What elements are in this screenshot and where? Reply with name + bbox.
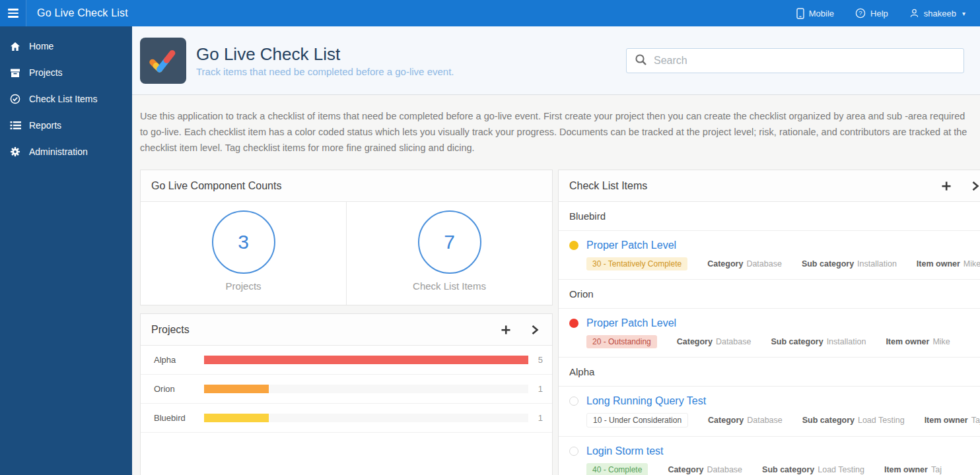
check-circle-icon	[9, 94, 21, 104]
checklist-item-link[interactable]: Proper Patch Level	[586, 239, 676, 251]
checklist-count-circle: 7	[418, 210, 481, 274]
list-icon	[9, 120, 21, 131]
checklist-item: Proper Patch Level 30 - Tentatively Comp…	[559, 231, 980, 280]
status-dot-red	[569, 319, 578, 328]
sidebar-item-administration[interactable]: Administration	[0, 139, 132, 165]
mobile-link[interactable]: Mobile	[796, 8, 834, 19]
bar-orion	[204, 385, 269, 393]
app-logo	[140, 38, 186, 84]
status-dot-yellow	[569, 241, 578, 250]
group-header-bluebird: Bluebird	[559, 202, 980, 231]
navbar-title: Go Live Check List	[37, 7, 128, 19]
status-dot-empty	[569, 396, 578, 406]
page-subtitle: Track items that need be completed befor…	[196, 66, 454, 77]
status-badge: 40 - Complete	[586, 463, 648, 475]
projects-panel: Projects Alpha 5 Or	[140, 313, 553, 475]
checklist-items-panel: Check List Items Bluebird Proper	[558, 170, 980, 475]
help-link[interactable]: ? Help	[855, 8, 888, 18]
bar-alpha	[204, 356, 528, 364]
svg-text:?: ?	[858, 9, 862, 16]
group-header-alpha: Alpha	[559, 358, 980, 387]
status-dot-empty	[569, 447, 578, 456]
panel-title: Go Live Component Counts	[151, 180, 281, 192]
projects-box-icon	[9, 67, 21, 78]
help-icon: ?	[855, 8, 866, 18]
checklist-item-link[interactable]: Login Storm test	[586, 445, 664, 457]
page-title: Go Live Check List	[196, 44, 454, 64]
panel-title: Check List Items	[569, 180, 647, 192]
chart-row-alpha[interactable]: Alpha 5	[141, 346, 552, 375]
checklist-item-link[interactable]: Long Running Query Test	[586, 395, 706, 407]
checklist-item: Login Storm test 40 - Complete CategoryD…	[559, 437, 980, 475]
checklist-items-counter: 7 Check List Items	[346, 202, 552, 305]
projects-counter: 3 Projects	[141, 202, 346, 305]
gear-icon	[9, 146, 21, 157]
add-checklist-item-button[interactable]	[940, 179, 953, 193]
intro-paragraph: Use this application to track a checklis…	[132, 95, 980, 156]
bar-track	[204, 385, 528, 393]
sidebar-item-reports[interactable]: Reports	[0, 112, 132, 139]
sidebar: Home Projects Check List Items Reports A…	[0, 26, 132, 475]
sidebar-item-projects[interactable]: Projects	[0, 59, 132, 86]
chart-row-bluebird[interactable]: Bluebird 1	[141, 404, 552, 433]
page-header: Go Live Check List Track items that need…	[132, 26, 980, 95]
checklist-item: Long Running Query Test 10 - Under Consi…	[559, 387, 980, 437]
component-counts-panel: Go Live Component Counts 3 Projects 7 Ch…	[140, 170, 553, 305]
dashboard-columns: Go Live Component Counts 3 Projects 7 Ch…	[132, 164, 980, 475]
right-column: Check List Items Bluebird Proper	[558, 170, 980, 475]
user-menu[interactable]: shakeeb ▾	[909, 8, 965, 18]
chart-row-orion[interactable]: Orion 1	[141, 375, 552, 404]
bar-track	[204, 414, 528, 422]
bar-track	[204, 356, 528, 364]
navbar-actions: Mobile ? Help shakeeb ▾	[796, 8, 980, 19]
status-badge: 20 - Outstanding	[586, 335, 657, 348]
projects-count-circle: 3	[212, 210, 275, 274]
left-column: Go Live Component Counts 3 Projects 7 Ch…	[140, 170, 553, 475]
component-counts-header: Go Live Component Counts	[141, 170, 552, 202]
user-icon	[909, 8, 919, 18]
search-input[interactable]	[654, 55, 956, 67]
checklist-panel-header: Check List Items	[559, 170, 980, 202]
panel-title: Projects	[151, 324, 190, 336]
checklist-item: Proper Patch Level 20 - Outstanding Cate…	[559, 309, 980, 358]
chevron-down-icon: ▾	[962, 10, 965, 17]
top-navbar: Go Live Check List Mobile ? Help shakeeb…	[0, 0, 980, 26]
home-icon	[9, 41, 21, 51]
search-icon	[635, 53, 647, 69]
hamburger-menu-icon[interactable]	[0, 0, 26, 26]
checkmark-logo-icon	[148, 47, 178, 75]
projects-panel-chevron-right-icon[interactable]	[528, 323, 542, 336]
add-project-button[interactable]	[499, 323, 512, 336]
bar-bluebird	[204, 414, 269, 422]
mobile-phone-icon	[796, 8, 804, 19]
checklist-item-link[interactable]: Proper Patch Level	[586, 317, 676, 329]
component-counts-body: 3 Projects 7 Check List Items	[141, 202, 552, 305]
sidebar-item-check-list-items[interactable]: Check List Items	[0, 86, 132, 112]
search-box	[626, 48, 964, 73]
status-badge: 10 - Under Consideration	[586, 413, 688, 428]
main-content: Go Live Check List Track items that need…	[132, 26, 980, 475]
status-badge: 30 - Tentatively Complete	[586, 257, 687, 270]
sidebar-item-home[interactable]: Home	[0, 33, 132, 59]
group-header-orion: Orion	[559, 280, 980, 309]
checklist-panel-chevron-right-icon[interactable]	[969, 179, 980, 193]
projects-panel-header: Projects	[141, 314, 552, 346]
